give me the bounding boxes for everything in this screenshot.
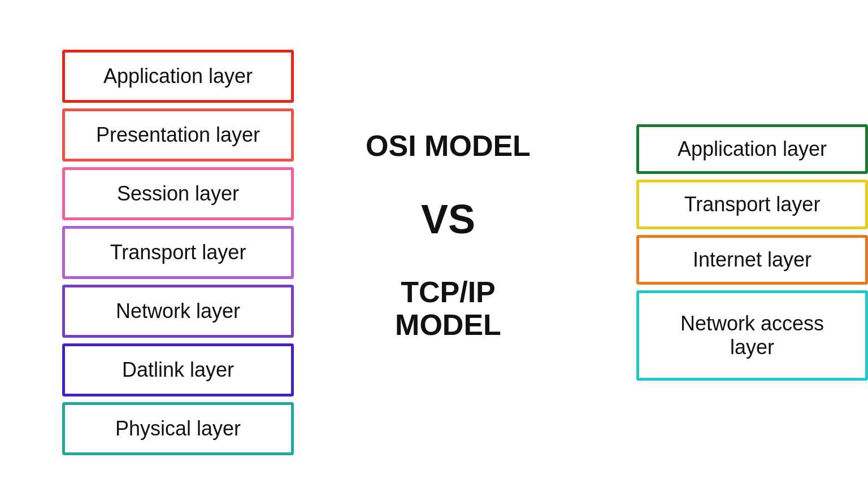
tcp-netaccess-box: Network access layer — [636, 290, 868, 381]
osi-network-box: Network layer — [62, 285, 294, 338]
tcp-application-box: Application layer — [636, 124, 868, 174]
osi-physical-label: Physical layer — [115, 417, 241, 441]
osi-transport-label: Transport layer — [110, 241, 246, 264]
main-container: Application layer Presentation layer Ses… — [0, 0, 868, 488]
osi-session-label: Session layer — [117, 182, 239, 206]
tcp-internet-label: Internet layer — [693, 248, 811, 272]
osi-application-box: Application layer — [62, 50, 294, 103]
vs-label: VS — [421, 196, 475, 242]
osi-datlink-label: Datlink layer — [122, 358, 234, 382]
tcp-transport-box: Transport layer — [636, 180, 868, 229]
tcp-netaccess-label: Network access layer — [680, 312, 824, 359]
osi-layers-column: Application layer Presentation layer Ses… — [0, 33, 294, 455]
tcp-internet-box: Internet layer — [636, 235, 868, 285]
osi-session-box: Session layer — [62, 167, 294, 220]
osi-model-title: OSI MODEL — [366, 130, 531, 162]
center-labels: OSI MODEL VS TCP/IP MODEL — [294, 130, 602, 358]
osi-physical-box: Physical layer — [62, 402, 294, 455]
tcpip-layers-column: Application layer Transport layer Intern… — [602, 107, 868, 381]
osi-application-label: Application layer — [103, 64, 253, 88]
tcp-transport-label: Transport layer — [684, 193, 821, 216]
tcp-application-label: Application layer — [678, 137, 827, 161]
osi-transport-box: Transport layer — [62, 226, 294, 279]
tcpip-model-title: TCP/IP MODEL — [395, 276, 501, 341]
osi-presentation-box: Presentation layer — [62, 108, 294, 162]
osi-network-label: Network layer — [116, 299, 240, 323]
osi-datlink-box: Datlink layer — [62, 343, 294, 396]
osi-presentation-label: Presentation layer — [96, 123, 260, 147]
